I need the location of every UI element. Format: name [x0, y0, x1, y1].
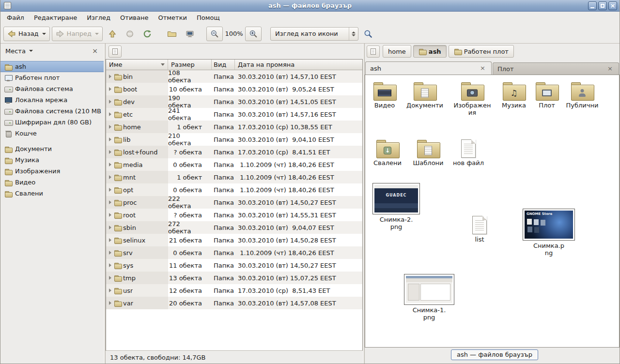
expander-icon[interactable] — [109, 137, 111, 141]
path-button-2[interactable]: Работен плот — [449, 45, 514, 58]
search-button[interactable] — [360, 27, 376, 41]
places-selector[interactable]: Места — [5, 47, 33, 55]
sidebar-item-4[interactable]: Файлова система (210 MB) — [0, 106, 104, 117]
expander-icon[interactable] — [109, 112, 111, 116]
tab-1[interactable]: Плот× — [493, 62, 619, 75]
expander-icon[interactable] — [109, 226, 111, 229]
table-row[interactable]: bin108 обектаПапка30.03.2010 (вт) 14,57,… — [106, 70, 362, 83]
titlebar[interactable]: ash — файлов браузър × — [0, 0, 620, 12]
expander-icon[interactable] — [109, 276, 111, 280]
expander-icon[interactable] — [109, 263, 111, 267]
stop-button[interactable] — [122, 27, 138, 41]
table-row[interactable]: media0 обектаПапка 1.10.2009 (чт) 18,40,… — [106, 158, 362, 171]
expander-icon[interactable] — [109, 150, 111, 154]
location-toggle-button[interactable] — [367, 46, 380, 58]
menu-item-1[interactable]: Редактиране — [29, 12, 82, 24]
expander-icon[interactable] — [109, 301, 111, 305]
table-row[interactable]: boot10 обектаПапка30.03.2010 (вт) 9,05,2… — [106, 83, 362, 95]
tab-close-icon[interactable]: × — [479, 64, 487, 73]
expander-icon[interactable] — [109, 175, 111, 179]
table-row[interactable]: sbin272 обектаПапка30.03.2010 (вт) 9,04,… — [106, 221, 362, 234]
menu-item-4[interactable]: Отметки — [153, 12, 191, 24]
expander-icon[interactable] — [109, 75, 111, 78]
icon-item-1[interactable]: Документи — [405, 82, 444, 109]
back-button[interactable]: Назад — [3, 27, 50, 41]
menu-item-2[interactable]: Изглед — [82, 12, 115, 24]
tab-0[interactable]: ash× — [365, 61, 492, 75]
view-mode-select[interactable]: Изглед като икони — [270, 27, 358, 41]
path-button-1[interactable]: ash — [413, 45, 447, 58]
tab-close-icon[interactable]: × — [606, 65, 614, 73]
sidebar-item-1[interactable]: Работен плот — [0, 72, 104, 83]
path-button-0[interactable]: home — [383, 45, 411, 58]
minimize-button[interactable] — [588, 1, 597, 10]
table-row[interactable]: sys11 обектаПапка30.03.2010 (вт) 14,50,2… — [106, 259, 362, 272]
menu-item-3[interactable]: Отиване — [115, 12, 153, 24]
table-row[interactable]: lib210 обектаПапка30.03.2010 (вт) 9,04,1… — [106, 133, 362, 146]
expander-icon[interactable] — [109, 87, 111, 91]
icon-item-4[interactable]: Плот — [527, 82, 566, 109]
maximize-button[interactable] — [598, 1, 607, 10]
zoom-in-button[interactable] — [245, 27, 262, 41]
sidebar-item-12[interactable]: Свалени — [0, 188, 104, 199]
sidebar-item-0[interactable]: ash — [0, 61, 104, 72]
sidebar-item-5[interactable]: Шифриран дял (80 GB) — [0, 117, 104, 128]
icon-item-0[interactable]: Видео — [365, 82, 404, 109]
icon-item-10[interactable]: list — [460, 216, 499, 243]
sidebar-item-11[interactable]: Видео — [0, 177, 104, 188]
expander-icon[interactable] — [109, 188, 111, 192]
expander-icon[interactable] — [109, 163, 111, 167]
expander-icon[interactable] — [109, 213, 111, 217]
up-button[interactable] — [105, 27, 120, 41]
icon-item-8[interactable]: нов файл — [449, 139, 488, 167]
menu-item-0[interactable]: Файл — [2, 12, 29, 24]
sidebar-item-2[interactable]: Файлова система — [0, 83, 104, 94]
column-header-type[interactable]: Вид — [212, 60, 235, 70]
table-row[interactable]: home1 обектПапка17.03.2010 (ср) 10,38,55… — [106, 121, 362, 133]
reload-button[interactable] — [140, 27, 155, 41]
icon-item-11[interactable]: GNOME StoreСнимка.png — [522, 209, 575, 257]
icon-item-9[interactable]: GUADECСнимка-2.png — [372, 183, 420, 230]
zoom-out-button[interactable] — [206, 27, 223, 41]
sidebar-item-3[interactable]: Локална мрежа — [0, 94, 104, 106]
expander-icon[interactable] — [109, 251, 111, 255]
sidebar-item-9[interactable]: Музика — [0, 154, 104, 166]
column-header-name[interactable]: Име — [106, 60, 168, 70]
expander-icon[interactable] — [109, 100, 111, 104]
table-row[interactable]: srv0 обектаПапка 1.10.2009 (чт) 18,40,26… — [106, 246, 362, 259]
close-button[interactable]: × — [608, 1, 617, 10]
file-name: boot — [123, 86, 137, 93]
computer-button[interactable] — [182, 27, 198, 41]
sidebar-item-10[interactable]: Изображения — [0, 166, 104, 177]
table-row[interactable]: var20 обектаПапка30.03.2010 (вт) 14,57,0… — [106, 297, 362, 309]
icon-item-12[interactable]: Снимка-1.png — [403, 274, 456, 321]
icon-item-7[interactable]: Шаблони — [409, 139, 448, 167]
table-row[interactable]: lost+found? обектаПапка17.03.2010 (ср) 8… — [106, 146, 362, 158]
table-row[interactable]: opt0 обектаПапка 1.10.2009 (чт) 18,40,26… — [106, 183, 362, 196]
forward-button[interactable]: Напред — [52, 27, 103, 41]
notes-toggle-button[interactable] — [108, 46, 122, 58]
table-row[interactable]: etc241 обектаПапка30.03.2010 (вт) 14,57,… — [106, 108, 362, 121]
expander-icon[interactable] — [109, 238, 111, 242]
table-row[interactable]: tmp13 обектаПапка30.03.2010 (вт) 15,07,2… — [106, 272, 362, 284]
table-row[interactable]: mnt1 обектПапка 1.10.2009 (чт) 18,40,26 … — [106, 171, 362, 183]
table-row[interactable]: usr12 обектаПапка17.03.2010 (ср) 8,51,43… — [106, 284, 362, 297]
menu-item-5[interactable]: Помощ — [192, 12, 225, 24]
path-button-label: Работен плот — [464, 48, 509, 55]
icon-item-2[interactable]: Изображения — [453, 82, 492, 116]
sidebar-item-6[interactable]: Кошче — [0, 128, 104, 139]
expander-icon[interactable] — [109, 200, 111, 204]
table-row[interactable]: selinux21 обектаПапка30.03.2010 (вт) 14,… — [106, 234, 362, 246]
home-folder-button[interactable] — [164, 27, 180, 41]
column-header-size[interactable]: Размер — [168, 60, 212, 70]
table-row[interactable]: dev190 обектаПапка30.03.2010 (вт) 14,51,… — [106, 95, 362, 108]
table-row[interactable]: root? обектаПапка30.03.2010 (вт) 14,55,3… — [106, 209, 362, 221]
icon-item-6[interactable]: ↓Свалени — [368, 139, 407, 167]
sidebar-item-8[interactable]: Документи — [0, 143, 104, 154]
icon-item-5[interactable]: Публични — [563, 82, 602, 109]
table-row[interactable]: proc222 обектаПапка30.03.2010 (вт) 14,50… — [106, 196, 362, 209]
sidebar-close-button[interactable]: × — [90, 47, 100, 55]
column-header-date[interactable]: Дата на промяна — [235, 60, 362, 70]
expander-icon[interactable] — [109, 288, 111, 292]
expander-icon[interactable] — [109, 125, 111, 129]
